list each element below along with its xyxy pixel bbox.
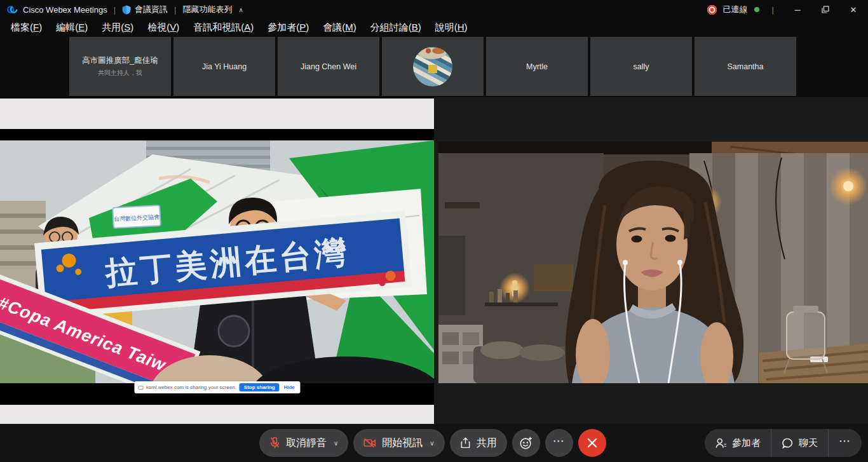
main-stage: 國 台灣數位外交協會: [0, 97, 868, 424]
reactions-button[interactable]: [512, 429, 540, 457]
hide-menubar-button[interactable]: 隱藏功能表列 ∧: [183, 4, 243, 15]
meeting-info-button[interactable]: 會議資訊: [122, 4, 168, 15]
screen-icon: [138, 386, 143, 390]
title-divider: |: [114, 5, 116, 15]
participant-tile[interactable]: Jiang Chen Wei: [278, 37, 379, 96]
maximize-button[interactable]: [815, 1, 836, 18]
menu-item-breakout[interactable]: 分組討論B: [363, 20, 428, 35]
menu-item-meeting[interactable]: 會議M: [316, 20, 363, 35]
participant-name: Myrtle: [526, 62, 548, 71]
connection-status: 已連線: [723, 4, 748, 15]
more-panels-button[interactable]: ⋯: [828, 429, 862, 457]
more-icon: ⋯: [839, 434, 851, 452]
participant-tile[interactable]: [382, 37, 484, 96]
webex-logo-icon: [6, 4, 18, 15]
minimize-button[interactable]: ─: [787, 1, 808, 18]
participants-label: 參加者: [732, 437, 761, 449]
close-button[interactable]: ✕: [843, 1, 864, 18]
participant-tile-self[interactable]: 高市圖推廣部_龐佳瑜 共同主持人，我: [69, 37, 171, 96]
menu-bar: 檔案F 編輯E 共用S 檢視V 音訊和視訊A 參加者P 會議M 分組討論B 說明…: [0, 19, 868, 36]
hide-notification-link[interactable]: Hide: [283, 384, 296, 390]
menu-item-help[interactable]: 說明H: [428, 20, 475, 35]
mic-muted-icon: [269, 437, 280, 449]
chevron-up-icon: ∧: [239, 6, 243, 13]
chat-panel-button[interactable]: 聊天: [771, 429, 828, 457]
menu-item-view[interactable]: 檢視V: [140, 20, 186, 35]
participant-tile[interactable]: Jia Yi Huang: [173, 37, 275, 96]
webcam-video: [438, 142, 868, 383]
chevron-down-icon[interactable]: ∨: [334, 440, 338, 447]
participant-name: 高市圖推廣部_龐佳瑜: [82, 55, 158, 66]
stop-sharing-button[interactable]: Stop sharing: [240, 383, 280, 391]
chevron-down-icon[interactable]: ∨: [430, 440, 434, 447]
start-video-label: 開始視訊: [382, 437, 423, 450]
participant-tile[interactable]: Samantha: [695, 37, 796, 96]
participants-panel-button[interactable]: 參加者: [705, 429, 771, 457]
title-divider: |: [174, 5, 176, 15]
hide-menubar-label: 隱藏功能表列: [183, 4, 233, 15]
shared-page-background: [0, 405, 434, 424]
menu-item-edit[interactable]: 編輯E: [49, 20, 95, 35]
meeting-info-label: 會議資訊: [135, 4, 168, 15]
webex-window: Cisco Webex Meetings | 會議資訊 | 隱藏功能表列 ∧ 已…: [0, 0, 868, 462]
title-divider: |: [772, 5, 774, 15]
shared-screen-video: 國 台灣數位外交協會: [0, 140, 434, 383]
participant-tile[interactable]: sally: [590, 37, 692, 96]
share-content-button[interactable]: 共用: [450, 429, 507, 457]
share-screen-icon: [460, 437, 471, 449]
start-video-button[interactable]: 開始視訊 ∨: [353, 429, 444, 457]
connected-dot-icon: [754, 7, 759, 12]
participant-name: Jiang Chen Wei: [301, 62, 356, 71]
more-icon: ⋯: [553, 434, 566, 452]
camera-off-icon: [363, 438, 376, 448]
panel-buttons: 參加者 聊天 ⋯: [705, 429, 862, 457]
unmute-button[interactable]: 取消靜音 ∨: [259, 429, 348, 457]
books-avatar: [413, 47, 452, 86]
menu-item-file[interactable]: 檔案F: [4, 20, 49, 35]
unmute-label: 取消靜音: [286, 437, 327, 450]
participant-filmstrip: 高市圖推廣部_龐佳瑜 共同主持人，我 Jia Yi Huang Jiang Ch…: [0, 36, 868, 97]
app-title: Cisco Webex Meetings: [23, 5, 107, 15]
menu-item-participants[interactable]: 參加者P: [261, 20, 316, 35]
participants-icon: [715, 437, 727, 449]
screen-share-notification: ksml.webex.com is sharing your screen. S…: [134, 381, 300, 393]
share-message: ksml.webex.com is sharing your screen.: [146, 384, 236, 390]
participant-name: Jia Yi Huang: [202, 62, 247, 71]
control-toolbar: 取消靜音 ∨ 開始視訊 ∨: [0, 424, 868, 462]
chat-label: 聊天: [799, 437, 818, 449]
chat-icon: [782, 437, 794, 449]
menu-item-audio-video[interactable]: 音訊和視訊A: [186, 20, 261, 35]
shared-screen-panel: 國 台灣數位外交協會: [0, 97, 434, 424]
record-status-icon: [707, 5, 717, 15]
participant-name: sally: [633, 62, 649, 71]
title-bar: Cisco Webex Meetings | 會議資訊 | 隱藏功能表列 ∧ 已…: [0, 0, 868, 19]
menu-item-share[interactable]: 共用S: [95, 20, 140, 35]
shield-icon: [122, 5, 131, 15]
shared-page-background: [0, 99, 434, 129]
leave-meeting-button[interactable]: [578, 429, 606, 457]
more-options-button[interactable]: ⋯: [545, 429, 573, 457]
participant-role: 共同主持人，我: [98, 69, 142, 78]
share-label: 共用: [477, 437, 497, 450]
participant-name: Samantha: [728, 62, 764, 71]
participant-tile[interactable]: Myrtle: [486, 37, 588, 96]
